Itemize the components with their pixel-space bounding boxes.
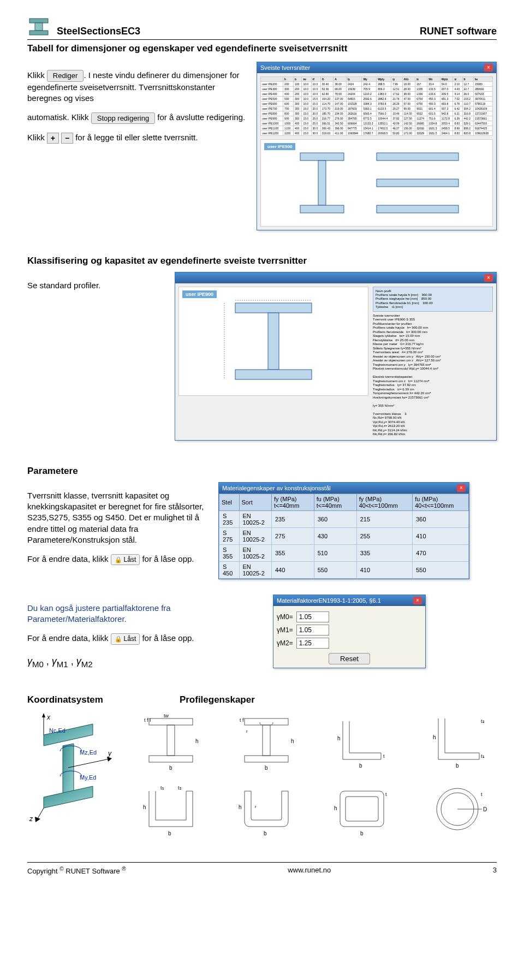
svg-text:b: b — [169, 765, 172, 771]
heading-klassifisering: Klassifisering og kapasitet av egendefin… — [27, 256, 497, 266]
i-rolled-section-icon: t f r h b — [236, 713, 296, 773]
para-2: automatisk. Klikk Stopp redigering for å… — [27, 112, 246, 124]
laast-button-image-2: 🔒Låst — [111, 633, 140, 644]
svg-rect-2 — [29, 31, 48, 35]
svg-rect-11 — [268, 313, 279, 370]
param-para-1: Tverrsnitt klasse, tverrsnitt kapasitet … — [27, 490, 207, 545]
product-title: SteelSectionsEC3 — [57, 26, 414, 37]
window-material-properties: Materialegenskaper av konstruksjonsstål … — [218, 482, 469, 579]
svg-text:b: b — [360, 830, 364, 836]
svg-text:h: h — [337, 735, 341, 741]
close-icon: × — [484, 64, 493, 72]
svg-text:b: b — [359, 763, 362, 769]
equal-angle-icon: h b t — [332, 713, 392, 773]
window-material-factors: MaterialfaktorerEN1993-1-1:2005, §6.1 × … — [273, 595, 426, 668]
svg-text:t f I: t f I — [144, 717, 151, 723]
svg-text:h: h — [334, 805, 337, 811]
svg-text:r: r — [246, 729, 248, 734]
table-row: S 450EN 10025-2440550410550 — [219, 561, 469, 578]
dimensions-table: hbtwtfGAIyWyWplyiyAVzIzWzWplzizItIw user… — [260, 76, 493, 136]
close-icon: × — [484, 274, 493, 282]
svg-text:t₂: t₂ — [481, 718, 485, 724]
company-name: RUNET software — [420, 26, 497, 37]
param-para-2: For å endre data, klikk 🔒Låst for å låse… — [27, 554, 207, 565]
svg-rect-59 — [346, 797, 378, 821]
remove-icon: − — [61, 133, 73, 144]
section-dimensions: Klikk Rediger. I neste vindu definerer d… — [27, 62, 497, 230]
lock-icon: 🔒 — [115, 556, 122, 563]
svg-rect-7 — [377, 153, 458, 161]
svg-marker-19 — [42, 713, 45, 717]
close-icon: × — [413, 597, 422, 604]
profile-data-panel: Navn profil Profilens totale høyde h [mm… — [373, 287, 493, 437]
factor-row: γM2=1.25 — [277, 638, 422, 649]
svg-rect-38 — [263, 725, 270, 756]
svg-rect-39 — [245, 756, 288, 762]
svg-rect-4 — [318, 161, 326, 205]
hollow-circle-icon: t D — [427, 783, 487, 840]
lock-icon: 🔒 — [115, 635, 122, 642]
svg-marker-25 — [35, 817, 40, 822]
i-section-icon: t f I tw h b — [141, 713, 201, 773]
svg-text:t: t — [481, 792, 483, 797]
para-3: Klikk + − for å legge til eller slette t… — [27, 132, 246, 144]
svg-line-21 — [68, 759, 109, 768]
svg-text:h: h — [239, 804, 242, 810]
svg-marker-22 — [107, 757, 112, 762]
stopp-redigering-button-image: Stopp redigering — [91, 112, 155, 124]
svg-text:t₁: t₁ — [481, 753, 485, 759]
svg-text:b: b — [264, 830, 267, 836]
close-icon: × — [457, 484, 466, 492]
heading-profil: Profilegenskaper — [180, 694, 255, 705]
svg-text:b: b — [168, 830, 171, 836]
svg-rect-8 — [377, 179, 458, 187]
material-table: StelSortfy (MPa) t<=40mmfu (MPa) t<=40mm… — [219, 494, 469, 579]
add-icon: + — [47, 133, 59, 144]
window-profile-detail: × user IPE900 — [175, 272, 497, 441]
svg-rect-37 — [245, 718, 288, 725]
svg-rect-9 — [377, 205, 458, 213]
svg-line-24 — [37, 808, 44, 819]
factor-value[interactable]: 1.05 — [296, 611, 329, 622]
heading-koordinat: Koordinatsystem — [27, 694, 103, 705]
svg-rect-31 — [167, 725, 175, 756]
svg-text:b: b — [265, 765, 268, 771]
factor-value[interactable]: 1.05 — [296, 625, 329, 635]
page-header: SteelSectionsEC3 RUNET software — [27, 16, 497, 40]
svg-text:D: D — [483, 806, 487, 812]
svg-rect-30 — [149, 718, 193, 725]
logo-icon — [27, 16, 51, 37]
rediger-button-image: Rediger — [47, 70, 84, 82]
page-subheading: Tabell for dimensjoner og egenskaper ved… — [27, 43, 497, 54]
para-1: Klikk Rediger. I neste vindu definerer d… — [27, 70, 246, 104]
svg-text:b: b — [456, 763, 459, 769]
svg-text:t₂: t₂ — [178, 785, 182, 791]
u-channel-icon: h b t₁ t₂ — [141, 783, 201, 840]
unequal-angle-icon: h b t₂ t₁ — [427, 713, 487, 773]
table-row: S 235EN 10025-2235360215360 — [219, 510, 469, 527]
coordinate-system-figure: x y z Nc,Ed Mz,Ed My,Ed — [27, 713, 120, 822]
svg-text:x: x — [46, 714, 51, 721]
factor-row: γM1=1.05 — [277, 625, 422, 635]
reset-button[interactable]: Reset — [329, 653, 370, 664]
laast-button-image: 🔒Låst — [111, 554, 140, 565]
svg-rect-12 — [235, 370, 312, 379]
svg-text:tw: tw — [164, 713, 169, 718]
profile-figures-row: x y z Nc,Ed Mz,Ed My,Ed t f I — [27, 713, 497, 840]
gamma-symbols: γM0 , γM1 , γM2 — [27, 655, 262, 670]
window-title: MaterialfaktorerEN1993-1-1:2005, §6.1 — [277, 597, 381, 604]
svg-rect-3 — [300, 153, 344, 161]
footer-left: Copyright © RUNET Software ® — [27, 866, 126, 875]
hollow-rect-icon: h b t — [332, 783, 392, 840]
svg-text:My,Ed: My,Ed — [80, 774, 96, 781]
partial-para-1: Du kan også justere partialfaktorene fra… — [27, 603, 262, 625]
svg-text:h: h — [195, 738, 199, 744]
page-footer: Copyright © RUNET Software ® www.runet.n… — [27, 862, 497, 875]
table-row: S 355EN 10025-2355510335470 — [219, 544, 469, 561]
window-title: Materialegenskaper av konstruksjonsstål — [222, 485, 331, 491]
factor-value[interactable]: 1.25 — [296, 638, 329, 649]
footer-url: www.runet.no — [288, 866, 331, 875]
svg-rect-0 — [29, 19, 48, 23]
svg-text:r: r — [255, 804, 257, 809]
svg-text:y: y — [108, 750, 112, 757]
